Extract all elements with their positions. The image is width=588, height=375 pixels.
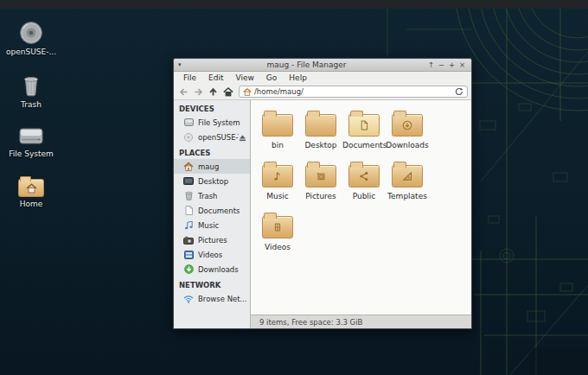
home-button[interactable] xyxy=(221,86,234,99)
trash-can-icon xyxy=(0,72,62,98)
optical-disc-icon xyxy=(0,19,62,45)
camera-icon xyxy=(183,235,194,245)
file-manager-window: ▾ maug - File Manager ↑ − + × File Edit … xyxy=(173,58,472,329)
file-item-documents[interactable]: Documents xyxy=(342,109,386,158)
folder-downloads-icon xyxy=(392,114,423,137)
maximize-button[interactable]: + xyxy=(447,61,457,69)
menu-help[interactable]: Help xyxy=(283,73,313,82)
eject-icon[interactable] xyxy=(239,129,246,145)
menu-go[interactable]: Go xyxy=(260,73,283,82)
drive-icon xyxy=(183,118,194,128)
path-bar[interactable]: /home/maug/ xyxy=(239,86,468,98)
sidebar-header-places: PLACES xyxy=(174,144,250,159)
sidebar-header-devices: DEVICES xyxy=(174,100,250,115)
path-home-icon xyxy=(243,88,252,96)
desktop-icon-label: Home xyxy=(0,200,62,208)
music-note-icon xyxy=(183,220,194,231)
file-list[interactable]: bin Desktop Documents xyxy=(251,100,471,315)
desktop-icon-opensuse[interactable]: openSUSE-... xyxy=(0,19,62,56)
file-item-desktop[interactable]: Desktop xyxy=(299,109,342,158)
menu-edit[interactable]: Edit xyxy=(202,73,229,82)
minimize-button[interactable]: − xyxy=(437,61,446,69)
up-button[interactable] xyxy=(207,86,220,99)
menu-file[interactable]: File xyxy=(177,73,202,82)
desktop-icon-filesystem[interactable]: File System xyxy=(0,121,62,158)
file-item-templates[interactable]: Templates xyxy=(386,160,429,209)
folder-videos-icon xyxy=(262,216,293,238)
home-folder-icon xyxy=(0,171,62,197)
back-button[interactable] xyxy=(177,86,190,99)
window-menu-icon[interactable]: ▾ xyxy=(178,62,187,68)
desktop-icon xyxy=(183,176,194,187)
titlebar[interactable]: ▾ maug - File Manager ↑ − + × xyxy=(174,59,471,72)
close-button[interactable]: × xyxy=(457,61,467,69)
desktop-icon-home[interactable]: Home xyxy=(0,171,62,208)
sidebar-item-downloads[interactable]: Downloads xyxy=(174,262,250,276)
file-item-pictures[interactable]: Pictures xyxy=(299,160,342,209)
file-item-public[interactable]: Public xyxy=(342,160,386,209)
shade-button[interactable]: ↑ xyxy=(426,61,436,69)
document-icon xyxy=(183,206,194,216)
folder-public-icon xyxy=(348,165,380,188)
sidebar-item-browse-network[interactable]: Browse Net... xyxy=(174,291,250,306)
file-item-downloads[interactable]: Downloads xyxy=(386,109,429,158)
folder-music-icon xyxy=(262,165,293,188)
sidebar-item-music[interactable]: Music xyxy=(174,218,250,232)
trash-icon xyxy=(183,191,194,201)
disc-icon xyxy=(183,132,194,143)
sidebar-item-trash[interactable]: Trash xyxy=(174,188,250,203)
window-title: maug - File Manager xyxy=(187,60,426,69)
desktop-icon-trash[interactable]: Trash xyxy=(0,72,62,109)
folder-icon xyxy=(262,114,293,137)
desktop: openSUSE-... Trash File System xyxy=(0,0,588,375)
folder-documents-icon xyxy=(348,114,380,137)
sidebar-item-documents[interactable]: Documents xyxy=(174,203,250,218)
folder-templates-icon xyxy=(392,165,423,188)
sidebar-item-maug[interactable]: maug xyxy=(174,159,250,174)
file-item-bin[interactable]: bin xyxy=(256,109,299,158)
desktop-icon-label: File System xyxy=(0,149,62,158)
top-panel xyxy=(0,0,588,9)
desktop-icon-label: Trash xyxy=(0,100,62,109)
desktop-icon-label: openSUSE-... xyxy=(0,48,62,56)
sidebar-item-pictures[interactable]: Pictures xyxy=(174,232,250,247)
path-text[interactable]: /home/maug/ xyxy=(254,87,452,96)
refresh-icon[interactable] xyxy=(455,87,463,96)
menubar: File Edit View Go Help xyxy=(174,72,471,84)
download-badge-icon xyxy=(183,264,194,275)
wifi-icon xyxy=(183,294,194,304)
status-bar: 9 items, Free space: 3.3 GiB xyxy=(251,315,471,328)
hard-drive-icon xyxy=(0,121,62,147)
sidebar: DEVICES File System openSUSE-Tu... xyxy=(174,100,251,328)
forward-button[interactable] xyxy=(192,86,205,99)
status-text: 9 items, Free space: 3.3 GiB xyxy=(259,318,362,327)
sidebar-item-file-system[interactable]: File System xyxy=(174,115,250,130)
film-icon xyxy=(183,250,194,260)
folder-pictures-icon xyxy=(305,165,336,188)
menu-view[interactable]: View xyxy=(230,73,260,82)
sidebar-header-network: NETWORK xyxy=(174,276,250,291)
file-item-music[interactable]: Music xyxy=(256,160,299,209)
toolbar: /home/maug/ xyxy=(174,84,471,100)
home-icon xyxy=(183,162,194,172)
sidebar-item-videos[interactable]: Videos xyxy=(174,247,250,262)
file-item-videos[interactable]: Videos xyxy=(256,211,299,260)
sidebar-item-desktop[interactable]: Desktop xyxy=(174,174,250,188)
folder-icon xyxy=(305,114,336,137)
sidebar-item-opensuse-volume[interactable]: openSUSE-Tu... xyxy=(174,130,250,144)
